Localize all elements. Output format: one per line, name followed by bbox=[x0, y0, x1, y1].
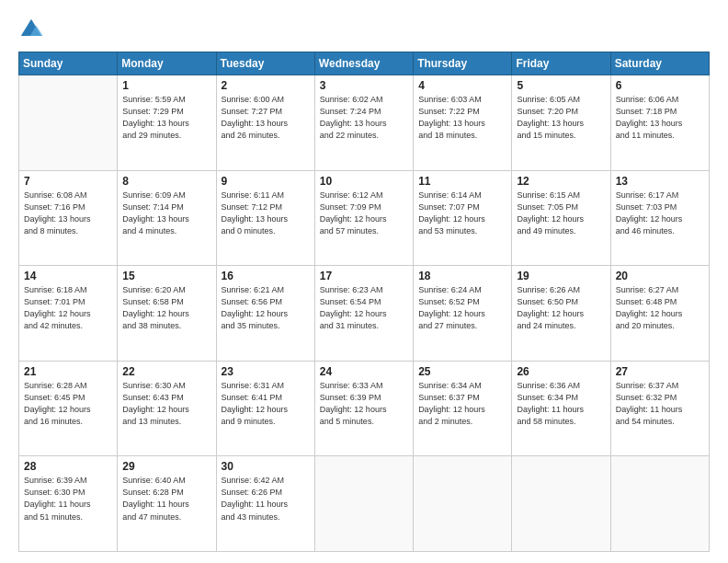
calendar-cell: 12Sunrise: 6:15 AM Sunset: 7:05 PM Dayli… bbox=[512, 170, 610, 266]
calendar-cell: 26Sunrise: 6:36 AM Sunset: 6:34 PM Dayli… bbox=[512, 361, 610, 456]
day-number: 23 bbox=[222, 365, 310, 378]
calendar-cell: 29Sunrise: 6:40 AM Sunset: 6:28 PM Dayli… bbox=[118, 456, 216, 552]
calendar-cell: 5Sunrise: 6:05 AM Sunset: 7:20 PM Daylig… bbox=[512, 75, 610, 171]
weekday-header: Sunday bbox=[19, 52, 118, 75]
calendar-cell: 24Sunrise: 6:33 AM Sunset: 6:39 PM Dayli… bbox=[314, 361, 413, 456]
day-info: Sunrise: 6:08 AM Sunset: 7:16 PM Dayligh… bbox=[24, 190, 112, 237]
day-info: Sunrise: 6:31 AM Sunset: 6:41 PM Dayligh… bbox=[222, 380, 310, 428]
calendar-cell: 6Sunrise: 6:06 AM Sunset: 7:18 PM Daylig… bbox=[610, 75, 709, 171]
day-number: 3 bbox=[320, 79, 408, 92]
day-info: Sunrise: 6:30 AM Sunset: 6:43 PM Dayligh… bbox=[122, 380, 210, 428]
calendar-cell: 2Sunrise: 6:00 AM Sunset: 7:27 PM Daylig… bbox=[216, 75, 314, 171]
day-number: 4 bbox=[418, 79, 506, 92]
day-number: 10 bbox=[320, 175, 408, 188]
calendar-cell: 22Sunrise: 6:30 AM Sunset: 6:43 PM Dayli… bbox=[118, 361, 216, 456]
calendar-cell: 21Sunrise: 6:28 AM Sunset: 6:45 PM Dayli… bbox=[19, 361, 118, 456]
calendar-cell: 23Sunrise: 6:31 AM Sunset: 6:41 PM Dayli… bbox=[216, 361, 314, 456]
day-number: 25 bbox=[418, 365, 506, 378]
day-info: Sunrise: 6:03 AM Sunset: 7:22 PM Dayligh… bbox=[418, 94, 506, 142]
day-number: 15 bbox=[122, 270, 210, 282]
day-number: 19 bbox=[517, 270, 605, 282]
weekday-header: Monday bbox=[118, 52, 216, 75]
calendar-cell bbox=[414, 456, 512, 552]
day-number: 12 bbox=[517, 175, 605, 188]
calendar-cell: 9Sunrise: 6:11 AM Sunset: 7:12 PM Daylig… bbox=[216, 170, 314, 266]
day-info: Sunrise: 6:34 AM Sunset: 6:37 PM Dayligh… bbox=[418, 380, 506, 428]
header bbox=[18, 17, 710, 42]
day-number: 5 bbox=[517, 79, 605, 92]
weekday-header: Wednesday bbox=[314, 52, 413, 75]
calendar-cell: 19Sunrise: 6:26 AM Sunset: 6:50 PM Dayli… bbox=[512, 266, 610, 362]
day-number: 21 bbox=[24, 365, 112, 378]
logo-icon bbox=[18, 17, 44, 42]
calendar-cell: 20Sunrise: 6:27 AM Sunset: 6:48 PM Dayli… bbox=[610, 266, 709, 362]
day-info: Sunrise: 6:05 AM Sunset: 7:20 PM Dayligh… bbox=[517, 94, 605, 142]
day-number: 8 bbox=[122, 175, 210, 188]
day-info: Sunrise: 6:33 AM Sunset: 6:39 PM Dayligh… bbox=[320, 380, 408, 428]
day-number: 17 bbox=[320, 270, 408, 282]
day-info: Sunrise: 6:36 AM Sunset: 6:34 PM Dayligh… bbox=[517, 380, 605, 428]
day-info: Sunrise: 6:27 AM Sunset: 6:48 PM Dayligh… bbox=[616, 284, 704, 332]
calendar-cell: 15Sunrise: 6:20 AM Sunset: 6:58 PM Dayli… bbox=[118, 266, 216, 362]
calendar-cell: 17Sunrise: 6:23 AM Sunset: 6:54 PM Dayli… bbox=[314, 266, 413, 362]
calendar-week-row: 14Sunrise: 6:18 AM Sunset: 7:01 PM Dayli… bbox=[19, 266, 710, 362]
day-info: Sunrise: 5:59 AM Sunset: 7:29 PM Dayligh… bbox=[122, 94, 210, 142]
calendar-cell bbox=[314, 456, 413, 552]
day-info: Sunrise: 6:20 AM Sunset: 6:58 PM Dayligh… bbox=[122, 284, 210, 332]
day-info: Sunrise: 6:02 AM Sunset: 7:24 PM Dayligh… bbox=[320, 94, 408, 142]
day-number: 7 bbox=[24, 175, 112, 188]
calendar-cell: 11Sunrise: 6:14 AM Sunset: 7:07 PM Dayli… bbox=[414, 170, 512, 266]
day-number: 22 bbox=[122, 365, 210, 378]
calendar-cell: 8Sunrise: 6:09 AM Sunset: 7:14 PM Daylig… bbox=[118, 170, 216, 266]
calendar-cell: 13Sunrise: 6:17 AM Sunset: 7:03 PM Dayli… bbox=[610, 170, 709, 266]
calendar-cell: 4Sunrise: 6:03 AM Sunset: 7:22 PM Daylig… bbox=[414, 75, 512, 171]
day-info: Sunrise: 6:17 AM Sunset: 7:03 PM Dayligh… bbox=[616, 190, 704, 237]
calendar-cell: 30Sunrise: 6:42 AM Sunset: 6:26 PM Dayli… bbox=[216, 456, 314, 552]
day-number: 18 bbox=[418, 270, 506, 282]
day-info: Sunrise: 6:37 AM Sunset: 6:32 PM Dayligh… bbox=[616, 380, 704, 428]
day-number: 1 bbox=[122, 79, 210, 92]
day-info: Sunrise: 6:26 AM Sunset: 6:50 PM Dayligh… bbox=[517, 284, 605, 332]
calendar-cell bbox=[19, 75, 118, 171]
day-info: Sunrise: 6:11 AM Sunset: 7:12 PM Dayligh… bbox=[222, 190, 310, 237]
day-number: 11 bbox=[418, 175, 506, 188]
calendar-cell: 7Sunrise: 6:08 AM Sunset: 7:16 PM Daylig… bbox=[19, 170, 118, 266]
header-row: SundayMondayTuesdayWednesdayThursdayFrid… bbox=[19, 52, 710, 75]
weekday-header: Thursday bbox=[414, 52, 512, 75]
day-number: 26 bbox=[517, 365, 605, 378]
day-info: Sunrise: 6:12 AM Sunset: 7:09 PM Dayligh… bbox=[320, 190, 408, 237]
day-info: Sunrise: 6:42 AM Sunset: 6:26 PM Dayligh… bbox=[222, 475, 310, 523]
day-number: 14 bbox=[24, 270, 112, 282]
calendar-cell: 25Sunrise: 6:34 AM Sunset: 6:37 PM Dayli… bbox=[414, 361, 512, 456]
calendar-cell: 3Sunrise: 6:02 AM Sunset: 7:24 PM Daylig… bbox=[314, 75, 413, 171]
calendar-cell: 14Sunrise: 6:18 AM Sunset: 7:01 PM Dayli… bbox=[19, 266, 118, 362]
day-number: 29 bbox=[122, 460, 210, 473]
calendar-cell: 18Sunrise: 6:24 AM Sunset: 6:52 PM Dayli… bbox=[414, 266, 512, 362]
calendar-cell bbox=[610, 456, 709, 552]
day-info: Sunrise: 6:06 AM Sunset: 7:18 PM Dayligh… bbox=[616, 94, 704, 142]
day-number: 9 bbox=[222, 175, 310, 188]
day-info: Sunrise: 6:24 AM Sunset: 6:52 PM Dayligh… bbox=[418, 284, 506, 332]
day-info: Sunrise: 6:14 AM Sunset: 7:07 PM Dayligh… bbox=[418, 190, 506, 237]
day-number: 16 bbox=[222, 270, 310, 282]
calendar-cell: 1Sunrise: 5:59 AM Sunset: 7:29 PM Daylig… bbox=[118, 75, 216, 171]
day-info: Sunrise: 6:40 AM Sunset: 6:28 PM Dayligh… bbox=[122, 475, 210, 523]
day-number: 6 bbox=[616, 79, 704, 92]
day-info: Sunrise: 6:18 AM Sunset: 7:01 PM Dayligh… bbox=[24, 284, 112, 332]
day-info: Sunrise: 6:23 AM Sunset: 6:54 PM Dayligh… bbox=[320, 284, 408, 332]
calendar-cell: 27Sunrise: 6:37 AM Sunset: 6:32 PM Dayli… bbox=[610, 361, 709, 456]
day-info: Sunrise: 6:39 AM Sunset: 6:30 PM Dayligh… bbox=[24, 475, 112, 523]
day-number: 13 bbox=[616, 175, 704, 188]
calendar-cell: 16Sunrise: 6:21 AM Sunset: 6:56 PM Dayli… bbox=[216, 266, 314, 362]
day-info: Sunrise: 6:21 AM Sunset: 6:56 PM Dayligh… bbox=[222, 284, 310, 332]
weekday-header: Friday bbox=[512, 52, 610, 75]
calendar-cell: 28Sunrise: 6:39 AM Sunset: 6:30 PM Dayli… bbox=[19, 456, 118, 552]
day-info: Sunrise: 6:09 AM Sunset: 7:14 PM Dayligh… bbox=[122, 190, 210, 237]
weekday-header: Saturday bbox=[610, 52, 709, 75]
day-number: 24 bbox=[320, 365, 408, 378]
page: SundayMondayTuesdayWednesdayThursdayFrid… bbox=[0, 0, 728, 563]
calendar-cell: 10Sunrise: 6:12 AM Sunset: 7:09 PM Dayli… bbox=[314, 170, 413, 266]
calendar-week-row: 1Sunrise: 5:59 AM Sunset: 7:29 PM Daylig… bbox=[19, 75, 710, 171]
day-info: Sunrise: 6:00 AM Sunset: 7:27 PM Dayligh… bbox=[222, 94, 310, 142]
day-info: Sunrise: 6:28 AM Sunset: 6:45 PM Dayligh… bbox=[24, 380, 112, 428]
